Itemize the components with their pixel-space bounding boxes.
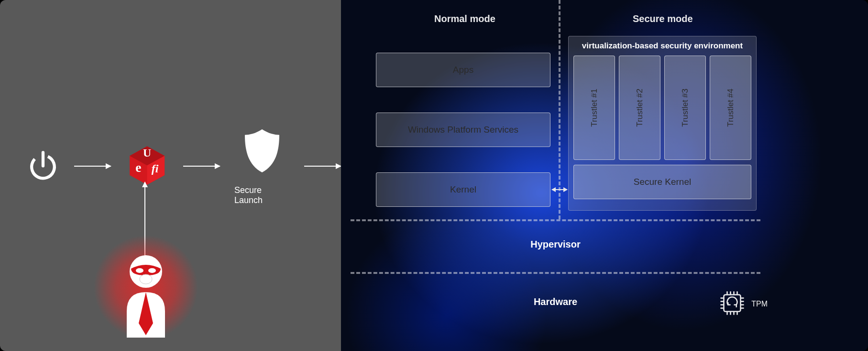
attacker-icon <box>98 242 194 351</box>
svg-point-6 <box>136 268 143 273</box>
box-windows-platform-services: Windows Platform Services <box>376 113 550 147</box>
secure-launch-label: Secure Launch <box>234 185 290 205</box>
divider-above-hardware <box>351 272 760 274</box>
arrow-kernel-securekernel <box>552 189 567 190</box>
diagram-canvas: U e fi Secure Launch <box>0 0 868 351</box>
hypervisor-label: Hypervisor <box>530 239 581 250</box>
band-hypervisor: Hypervisor <box>351 225 760 263</box>
arrow-shield-out <box>304 166 341 167</box>
trustlet-1-label: Trustlet #1 <box>590 89 599 127</box>
box-secure-kernel-label: Secure Kernel <box>634 177 691 187</box>
trustlet-1: Trustlet #1 <box>573 56 615 160</box>
divider-normal-secure <box>559 0 560 219</box>
architecture-panel: Normal mode Secure mode Apps Windows Pla… <box>341 0 868 351</box>
secure-launch-block: Secure Launch <box>234 127 290 205</box>
box-kernel-label: Kernel <box>450 184 476 195</box>
label-normal-mode: Normal mode <box>434 13 495 24</box>
box-apps: Apps <box>376 53 550 87</box>
trustlet-3: Trustlet #3 <box>664 56 706 160</box>
svg-point-8 <box>140 274 152 284</box>
trustlet-4: Trustlet #4 <box>710 56 751 160</box>
trustlet-4-label: Trustlet #4 <box>726 89 736 127</box>
trustlet-2: Trustlet #2 <box>619 56 660 160</box>
tpm-chip-icon <box>719 290 746 318</box>
box-wps-label: Windows Platform Services <box>408 125 518 135</box>
box-apps-label: Apps <box>453 65 473 75</box>
label-secure-mode: Secure mode <box>633 13 693 24</box>
divider-above-hypervisor <box>351 219 760 221</box>
boot-chain-row: U e fi Secure Launch <box>26 127 341 205</box>
box-secure-kernel: Secure Kernel <box>573 165 751 199</box>
trustlet-2-label: Trustlet #2 <box>635 89 645 127</box>
shield-icon <box>241 127 284 177</box>
uefi-u: U <box>143 147 151 159</box>
arrow-uefi-to-shield <box>183 166 220 167</box>
svg-point-7 <box>148 268 156 273</box>
tpm-label: TPM <box>751 300 768 308</box>
arrow-power-to-uefi <box>74 166 111 167</box>
tpm-block: TPM <box>719 290 768 318</box>
trustlet-row: Trustlet #1 Trustlet #2 Trustlet #3 Trus… <box>573 56 751 160</box>
boot-panel: U e fi Secure Launch <box>0 0 341 351</box>
vbs-title: virtualization-based security environmen… <box>573 41 751 51</box>
band-hardware: Hardware <box>351 283 760 321</box>
trustlet-3-label: Trustlet #3 <box>681 89 690 127</box>
vbs-environment: virtualization-based security environmen… <box>568 36 757 211</box>
power-icon <box>26 148 60 184</box>
box-kernel: Kernel <box>376 172 550 207</box>
uefi-fi: fi <box>152 162 159 175</box>
hardware-label: Hardware <box>534 296 577 307</box>
uefi-e: e <box>135 160 141 175</box>
